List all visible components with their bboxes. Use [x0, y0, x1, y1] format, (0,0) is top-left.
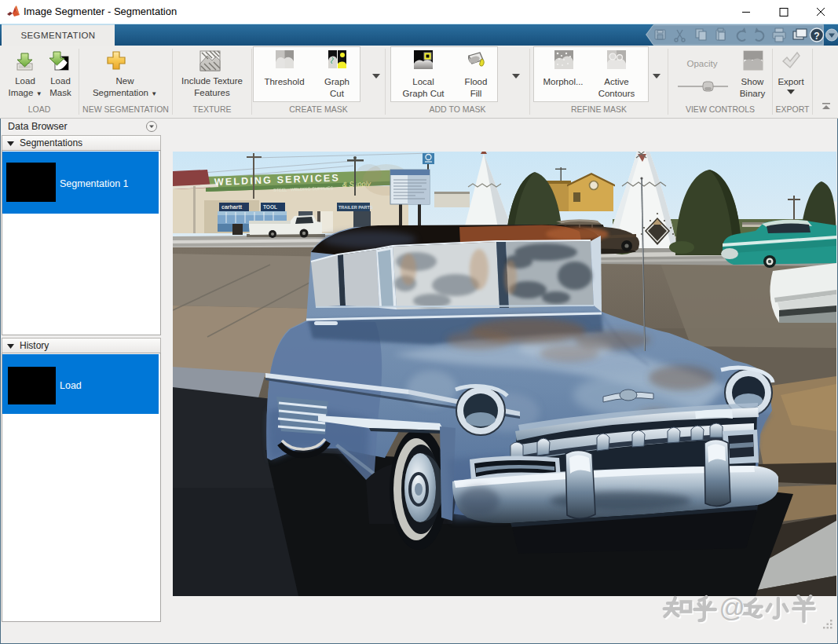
svg-text:@: @	[719, 594, 745, 622]
svg-text:TRAILER PARTS: TRAILER PARTS	[338, 205, 373, 210]
svg-text:TOOL: TOOL	[263, 204, 277, 210]
svg-text:?: ?	[814, 31, 819, 42]
svg-text:carhartt: carhartt	[221, 204, 243, 210]
